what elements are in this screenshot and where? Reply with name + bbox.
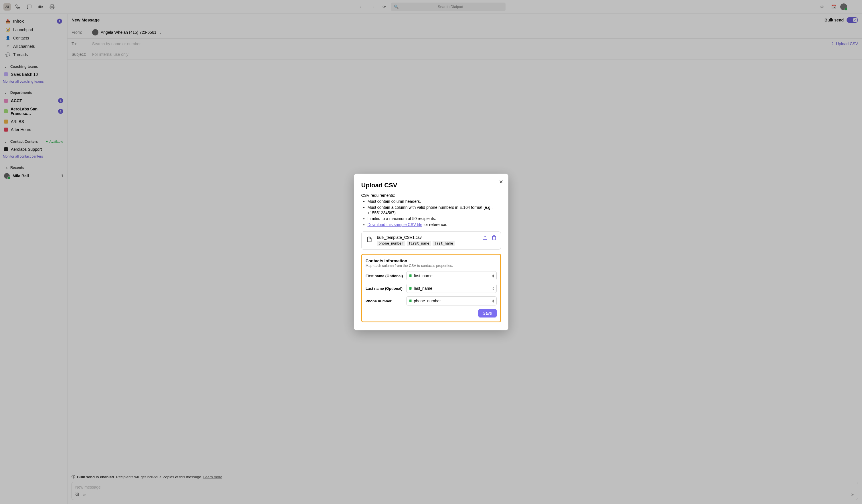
select-value: first_name: [414, 274, 433, 278]
select-value: phone_number: [414, 299, 441, 303]
close-button[interactable]: ✕: [499, 179, 503, 185]
req4-rest: for reference.: [422, 222, 447, 227]
modal-title: Upload CSV: [361, 182, 501, 189]
upload-csv-modal: ✕ Upload CSV CSV requirements: Must cont…: [354, 174, 508, 330]
column-icon: [409, 300, 412, 302]
file-name: bulk_template_CSV1.csv: [377, 235, 478, 240]
req-item: Download this sample CSV file for refere…: [368, 222, 501, 227]
tag: last_name: [433, 241, 455, 246]
column-icon: [409, 274, 412, 277]
last-name-label: Last name (Optional): [366, 286, 406, 291]
reupload-icon[interactable]: [482, 235, 487, 241]
file-column-tags: phone_number first_name last_name: [377, 241, 478, 246]
tag: phone_number: [377, 241, 405, 246]
last-name-select[interactable]: last_name ▴▾: [406, 284, 497, 293]
req-item: Must contain column headers.: [368, 199, 501, 204]
modal-scrim[interactable]: ✕ Upload CSV CSV requirements: Must cont…: [0, 0, 862, 504]
uploaded-file-card: bulk_template_CSV1.csv phone_number firs…: [361, 231, 501, 250]
tag: first_name: [407, 241, 431, 246]
save-button[interactable]: Save: [478, 309, 497, 318]
requirements-list: Must contain column headers. Must contai…: [361, 199, 501, 227]
first-name-label: First name (Optional): [366, 274, 406, 278]
phone-number-select[interactable]: phone_number ▴▾: [406, 296, 497, 305]
contacts-info-sub: Map each column from the CSV to contact'…: [366, 264, 497, 268]
file-icon: [366, 236, 373, 243]
contacts-information-section: Contacts information Map each column fro…: [361, 254, 501, 322]
sort-icon: ▴▾: [492, 299, 494, 303]
first-name-select[interactable]: first_name ▴▾: [406, 271, 497, 280]
column-icon: [409, 287, 412, 290]
sort-icon: ▴▾: [492, 286, 494, 290]
sort-icon: ▴▾: [492, 274, 494, 278]
phone-number-label: Phone number: [366, 299, 406, 303]
sample-csv-link[interactable]: Download this sample CSV file: [368, 222, 422, 227]
req-item: Limited to a maximum of 50 recipients.: [368, 216, 501, 221]
delete-file-icon[interactable]: [492, 235, 497, 241]
req-item: Must contain a column with valid phone n…: [368, 205, 501, 216]
contacts-info-title: Contacts information: [366, 258, 497, 263]
select-value: last_name: [414, 286, 433, 291]
requirements-label: CSV requirements:: [361, 193, 501, 198]
